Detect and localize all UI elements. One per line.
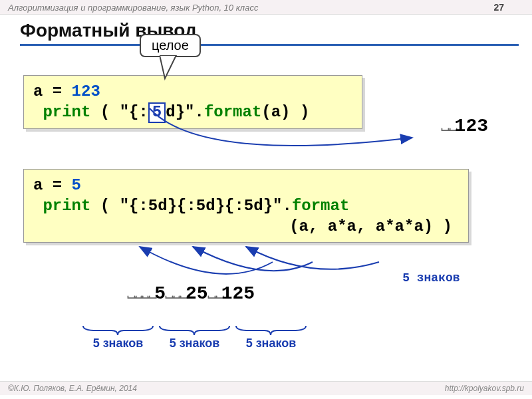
output2-label2: 5 знаков <box>156 336 233 350</box>
output1-label: 5 знаков <box>374 271 488 286</box>
code1-args: (a) ) <box>261 103 309 121</box>
code2-args: (a, a*a, a*a*a) ) <box>289 217 452 235</box>
output2-v2: 25 <box>186 283 208 304</box>
brace-icon <box>233 325 309 336</box>
brace-icon <box>156 325 233 336</box>
code2-line3: (a, a*a, a*a*a) ) <box>33 216 459 237</box>
code-block-2: a = 5 print ( "{:5d}{:5d}{:5d}".format (… <box>23 169 469 243</box>
code2-line2: print ( "{:5d}{:5d}{:5d}".format <box>33 196 459 216</box>
page-title: Форматный вывод <box>20 20 519 46</box>
code1-mark-5: 5 <box>148 102 166 122</box>
code1-line1: a = 123 <box>33 81 352 102</box>
code-block-1: a = 123 print ( "{:5d}".format(a) ) ⎵⎵12… <box>23 75 362 129</box>
brace-icon <box>80 325 156 336</box>
code2-assign: a = <box>33 176 72 194</box>
o2-t1: ⎵⎵⎵⎵ <box>128 287 154 303</box>
code2-dot: . <box>282 197 291 215</box>
code1-line2: print ( "{:5d}".format(a) ) <box>33 102 352 122</box>
code1-string2: d}" <box>166 103 194 121</box>
footer-left: ©К.Ю. Поляков, Е.А. Ерёмин, 2014 <box>8 384 137 393</box>
o2-t3: ⎵⎵ <box>208 287 221 303</box>
code2-string: "{:5d}{:5d}{:5d}" <box>120 197 283 215</box>
output1-ticks: ⎵⎵ <box>442 118 455 138</box>
code1-string1: "{: <box>120 103 148 121</box>
course-title: Алгоритмизация и программирование, язык … <box>8 3 258 13</box>
code1-format: format <box>204 103 261 121</box>
output2-v3: 125 <box>221 283 255 304</box>
output2-label3: 5 знаков <box>233 336 309 350</box>
code1-dot: . <box>194 103 203 121</box>
callout-integer: целое <box>140 34 201 57</box>
code2-print: print <box>43 197 90 215</box>
code1-print: print <box>43 103 90 121</box>
o2-t2: ⎵⎵⎵ <box>166 287 186 303</box>
page-number: 27 <box>493 2 504 13</box>
code1-indent <box>33 103 43 121</box>
code1-open: ( <box>90 103 119 121</box>
callout-label: целое <box>140 34 201 57</box>
code1-number: 123 <box>72 82 100 100</box>
code2-indent <box>33 197 43 215</box>
code2-number: 5 <box>72 176 81 194</box>
output2-label1: 5 знаков <box>80 336 156 350</box>
footer: ©К.Ю. Поляков, Е.А. Ерёмин, 2014 http://… <box>0 381 532 395</box>
output1-value: 123 <box>455 116 488 136</box>
header-bar: Алгоритмизация и программирование, язык … <box>0 0 532 15</box>
svg-marker-0 <box>160 55 176 78</box>
footer-right: http://kpolyakov.spb.ru <box>445 384 524 393</box>
output2-v1: 5 <box>154 283 166 304</box>
code2-line1: a = 5 <box>33 175 459 196</box>
code1-assign: a = <box>33 82 72 100</box>
content-area: целое a = 123 print ( "{:5d}".format(a) … <box>0 46 532 350</box>
callout-tail-icon <box>160 55 200 82</box>
code2-open: ( <box>90 197 119 215</box>
code2-format: format <box>292 197 349 215</box>
